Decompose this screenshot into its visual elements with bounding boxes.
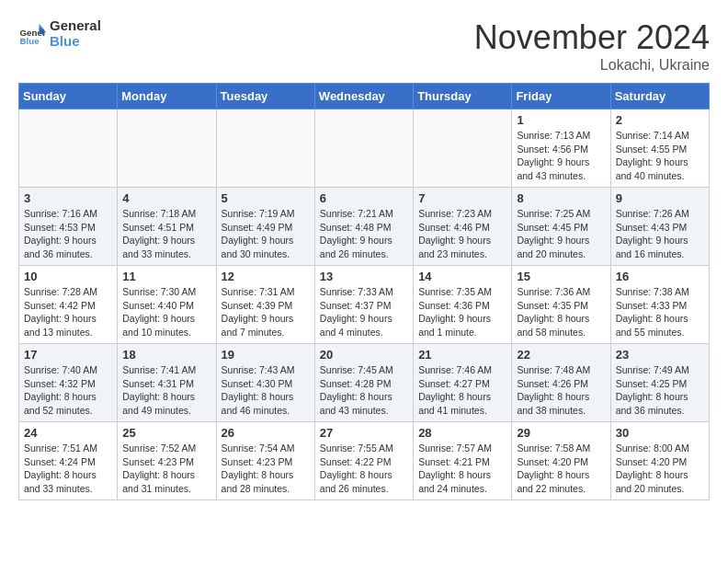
location: Lokachi, Ukraine bbox=[474, 57, 710, 74]
header-sunday: Sunday bbox=[19, 84, 118, 109]
calendar-cell: 16Sunrise: 7:38 AM Sunset: 4:33 PM Dayli… bbox=[610, 266, 709, 344]
logo-line1: General bbox=[50, 18, 101, 34]
day-info: Sunrise: 7:45 AM Sunset: 4:28 PM Dayligh… bbox=[320, 363, 408, 418]
day-number: 3 bbox=[24, 191, 112, 205]
calendar-cell: 13Sunrise: 7:33 AM Sunset: 4:37 PM Dayli… bbox=[314, 266, 413, 344]
day-number: 14 bbox=[418, 270, 506, 283]
calendar-cell bbox=[19, 109, 118, 188]
day-number: 6 bbox=[320, 191, 408, 205]
day-number: 13 bbox=[320, 270, 408, 283]
day-number: 29 bbox=[517, 426, 605, 440]
day-info: Sunrise: 7:54 AM Sunset: 4:23 PM Dayligh… bbox=[222, 442, 310, 496]
header-thursday: Thursday bbox=[414, 84, 512, 109]
title-block: November 2024 Lokachi, Ukraine bbox=[474, 18, 710, 74]
calendar-cell: 5Sunrise: 7:19 AM Sunset: 4:49 PM Daylig… bbox=[216, 188, 314, 266]
day-number: 24 bbox=[24, 426, 112, 440]
header-tuesday: Tuesday bbox=[216, 84, 314, 109]
day-info: Sunrise: 7:48 AM Sunset: 4:26 PM Dayligh… bbox=[517, 363, 605, 418]
calendar-cell: 15Sunrise: 7:36 AM Sunset: 4:35 PM Dayli… bbox=[512, 266, 610, 344]
day-info: Sunrise: 7:58 AM Sunset: 4:20 PM Dayligh… bbox=[517, 442, 605, 496]
logo: General Blue General Blue bbox=[18, 18, 101, 49]
day-info: Sunrise: 7:16 AM Sunset: 4:53 PM Dayligh… bbox=[24, 207, 112, 261]
day-number: 15 bbox=[517, 270, 605, 283]
day-number: 22 bbox=[517, 348, 605, 362]
day-info: Sunrise: 7:30 AM Sunset: 4:40 PM Dayligh… bbox=[122, 285, 210, 339]
day-info: Sunrise: 7:41 AM Sunset: 4:31 PM Dayligh… bbox=[122, 363, 210, 418]
calendar-cell: 19Sunrise: 7:43 AM Sunset: 4:30 PM Dayli… bbox=[216, 344, 314, 422]
day-number: 27 bbox=[320, 426, 408, 440]
logo-line2: Blue bbox=[50, 34, 101, 50]
day-info: Sunrise: 7:36 AM Sunset: 4:35 PM Dayligh… bbox=[517, 285, 605, 339]
day-number: 18 bbox=[122, 348, 210, 362]
day-number: 17 bbox=[24, 348, 112, 362]
calendar-cell: 23Sunrise: 7:49 AM Sunset: 4:25 PM Dayli… bbox=[610, 344, 709, 422]
calendar-cell bbox=[314, 109, 413, 188]
page-header: General Blue General Blue November 2024 … bbox=[18, 18, 710, 74]
svg-text:Blue: Blue bbox=[20, 35, 40, 45]
calendar-cell bbox=[414, 109, 512, 188]
day-number: 19 bbox=[222, 348, 310, 362]
day-info: Sunrise: 7:31 AM Sunset: 4:39 PM Dayligh… bbox=[222, 285, 310, 339]
calendar-cell: 27Sunrise: 7:55 AM Sunset: 4:22 PM Dayli… bbox=[314, 422, 413, 500]
day-number: 28 bbox=[418, 426, 506, 440]
day-number: 9 bbox=[616, 191, 704, 205]
day-info: Sunrise: 7:21 AM Sunset: 4:48 PM Dayligh… bbox=[320, 207, 408, 261]
calendar-cell: 11Sunrise: 7:30 AM Sunset: 4:40 PM Dayli… bbox=[118, 266, 216, 344]
day-number: 2 bbox=[616, 113, 704, 127]
calendar-cell: 28Sunrise: 7:57 AM Sunset: 4:21 PM Dayli… bbox=[414, 422, 512, 500]
day-number: 4 bbox=[122, 191, 210, 205]
calendar-cell bbox=[216, 109, 314, 188]
calendar-cell: 20Sunrise: 7:45 AM Sunset: 4:28 PM Dayli… bbox=[314, 344, 413, 422]
calendar-cell: 9Sunrise: 7:26 AM Sunset: 4:43 PM Daylig… bbox=[610, 188, 709, 266]
day-info: Sunrise: 7:55 AM Sunset: 4:22 PM Dayligh… bbox=[320, 442, 408, 496]
calendar-cell: 12Sunrise: 7:31 AM Sunset: 4:39 PM Dayli… bbox=[216, 266, 314, 344]
day-info: Sunrise: 7:18 AM Sunset: 4:51 PM Dayligh… bbox=[122, 207, 210, 261]
day-number: 8 bbox=[517, 191, 605, 205]
calendar-cell: 8Sunrise: 7:25 AM Sunset: 4:45 PM Daylig… bbox=[512, 188, 610, 266]
day-number: 5 bbox=[222, 191, 310, 205]
header-saturday: Saturday bbox=[610, 84, 709, 109]
header-monday: Monday bbox=[118, 84, 216, 109]
day-info: Sunrise: 7:38 AM Sunset: 4:33 PM Dayligh… bbox=[616, 285, 704, 339]
calendar-cell: 17Sunrise: 7:40 AM Sunset: 4:32 PM Dayli… bbox=[19, 344, 118, 422]
calendar-cell: 21Sunrise: 7:46 AM Sunset: 4:27 PM Dayli… bbox=[414, 344, 512, 422]
calendar-cell: 1Sunrise: 7:13 AM Sunset: 4:56 PM Daylig… bbox=[512, 109, 610, 188]
day-info: Sunrise: 7:52 AM Sunset: 4:23 PM Dayligh… bbox=[122, 442, 210, 496]
calendar-cell: 29Sunrise: 7:58 AM Sunset: 4:20 PM Dayli… bbox=[512, 422, 610, 500]
day-info: Sunrise: 7:33 AM Sunset: 4:37 PM Dayligh… bbox=[320, 285, 408, 339]
calendar-cell: 24Sunrise: 7:51 AM Sunset: 4:24 PM Dayli… bbox=[19, 422, 118, 500]
calendar-header: SundayMondayTuesdayWednesdayThursdayFrid… bbox=[19, 84, 710, 109]
day-info: Sunrise: 7:23 AM Sunset: 4:46 PM Dayligh… bbox=[418, 207, 506, 261]
calendar-cell: 18Sunrise: 7:41 AM Sunset: 4:31 PM Dayli… bbox=[118, 344, 216, 422]
logo-icon: General Blue bbox=[18, 20, 46, 48]
calendar-cell: 4Sunrise: 7:18 AM Sunset: 4:51 PM Daylig… bbox=[118, 188, 216, 266]
day-number: 11 bbox=[122, 270, 210, 283]
day-number: 26 bbox=[222, 426, 310, 440]
day-info: Sunrise: 7:19 AM Sunset: 4:49 PM Dayligh… bbox=[222, 207, 310, 261]
calendar-cell: 10Sunrise: 7:28 AM Sunset: 4:42 PM Dayli… bbox=[19, 266, 118, 344]
calendar-cell: 7Sunrise: 7:23 AM Sunset: 4:46 PM Daylig… bbox=[414, 188, 512, 266]
day-info: Sunrise: 7:40 AM Sunset: 4:32 PM Dayligh… bbox=[24, 363, 112, 418]
calendar-cell bbox=[118, 109, 216, 188]
header-wednesday: Wednesday bbox=[314, 84, 413, 109]
day-info: Sunrise: 7:26 AM Sunset: 4:43 PM Dayligh… bbox=[616, 207, 704, 261]
calendar-cell: 26Sunrise: 7:54 AM Sunset: 4:23 PM Dayli… bbox=[216, 422, 314, 500]
day-info: Sunrise: 7:49 AM Sunset: 4:25 PM Dayligh… bbox=[616, 363, 704, 418]
day-number: 12 bbox=[222, 270, 310, 283]
calendar-table: SundayMondayTuesdayWednesdayThursdayFrid… bbox=[18, 83, 710, 500]
day-info: Sunrise: 7:51 AM Sunset: 4:24 PM Dayligh… bbox=[24, 442, 112, 496]
day-info: Sunrise: 7:25 AM Sunset: 4:45 PM Dayligh… bbox=[517, 207, 605, 261]
month-title: November 2024 bbox=[474, 18, 710, 57]
day-info: Sunrise: 7:43 AM Sunset: 4:30 PM Dayligh… bbox=[222, 363, 310, 418]
calendar-cell: 2Sunrise: 7:14 AM Sunset: 4:55 PM Daylig… bbox=[610, 109, 709, 188]
calendar-cell: 25Sunrise: 7:52 AM Sunset: 4:23 PM Dayli… bbox=[118, 422, 216, 500]
day-number: 25 bbox=[122, 426, 210, 440]
day-info: Sunrise: 7:13 AM Sunset: 4:56 PM Dayligh… bbox=[517, 129, 605, 183]
day-number: 21 bbox=[418, 348, 506, 362]
day-number: 23 bbox=[616, 348, 704, 362]
calendar-cell: 3Sunrise: 7:16 AM Sunset: 4:53 PM Daylig… bbox=[19, 188, 118, 266]
day-info: Sunrise: 7:57 AM Sunset: 4:21 PM Dayligh… bbox=[418, 442, 506, 496]
day-info: Sunrise: 7:46 AM Sunset: 4:27 PM Dayligh… bbox=[418, 363, 506, 418]
header-friday: Friday bbox=[512, 84, 610, 109]
day-number: 16 bbox=[616, 270, 704, 283]
